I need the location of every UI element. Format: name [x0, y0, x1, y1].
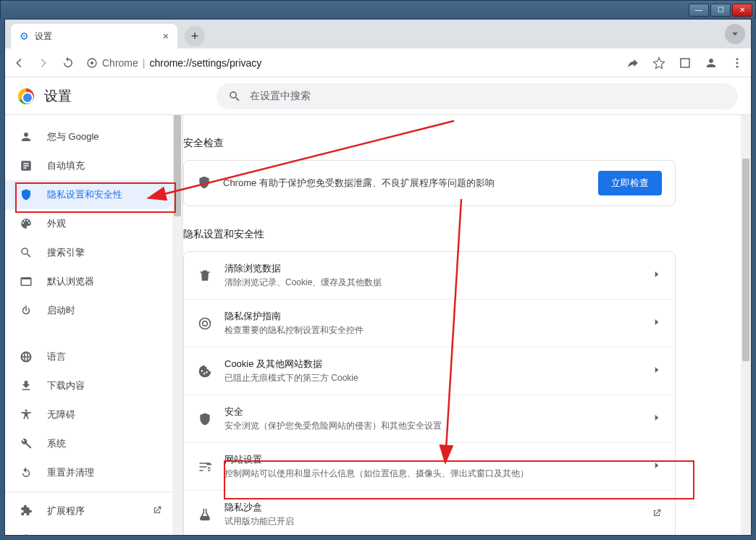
- privacy-row-shield[interactable]: 安全安全浏览（保护您免受危险网站的侵害）和其他安全设置: [184, 395, 675, 442]
- safety-check-row: Chrome 有助于保护您免受数据泄露、不良扩展程序等问题的影响 立即检查: [184, 161, 675, 206]
- sidebar-item-label: 语言: [47, 350, 66, 363]
- gear-icon: ⚙: [20, 30, 29, 42]
- chevron-right-icon: [652, 365, 662, 377]
- external-link-icon: [152, 505, 162, 518]
- page-title: 设置: [44, 87, 72, 106]
- download-icon: [20, 379, 33, 392]
- profile-avatar-chip[interactable]: [725, 24, 745, 44]
- sidebar-item-download[interactable]: 下载内容: [5, 371, 177, 400]
- safety-section-title: 安全检查: [183, 137, 676, 150]
- sidebar-item-power[interactable]: 启动时: [5, 296, 177, 325]
- chrome-icon: [86, 57, 98, 69]
- palette-icon: [20, 217, 33, 230]
- sidebar-item-access[interactable]: 无障碍: [5, 400, 177, 429]
- reset-icon: [20, 466, 33, 479]
- svg-point-5: [91, 62, 93, 64]
- nav-back-button[interactable]: [12, 56, 25, 69]
- search-icon: [20, 246, 33, 259]
- row-subtitle: 已阻止无痕模式下的第三方 Cookie: [224, 372, 640, 384]
- safety-check-text: Chrome 有助于保护您免受数据泄露、不良扩展程序等问题的影响: [223, 177, 495, 190]
- row-title: 隐私保护指南: [224, 310, 640, 323]
- sidebar-item-label: 关于 Chrome: [47, 533, 102, 535]
- tabstrip: ⚙ 设置 × +: [5, 20, 751, 48]
- privacy-row-cookie[interactable]: Cookie 及其他网站数据已阻止无痕模式下的第三方 Cookie: [184, 347, 675, 395]
- sidebar-item-wrench[interactable]: 系统: [5, 429, 177, 458]
- trash-icon: [197, 269, 213, 283]
- sidebar-item-label: 搜索引擎: [47, 246, 85, 259]
- sidebar-item-globe[interactable]: 语言: [5, 342, 177, 371]
- row-subtitle: 安全浏览（保护您免受危险网站的侵害）和其他安全设置: [224, 420, 640, 432]
- sidebar-item-label: 外观: [47, 217, 66, 230]
- row-title: 清除浏览数据: [224, 262, 640, 275]
- sidebar-item-label: 您与 Google: [47, 130, 99, 143]
- sidebar-item-reset[interactable]: 重置并清理: [5, 458, 177, 487]
- shield-icon: [197, 175, 211, 192]
- sidebar-item-ext[interactable]: 扩展程序: [5, 497, 177, 526]
- kebab-menu-icon[interactable]: [731, 56, 744, 69]
- sidebar-item-label: 下载内容: [47, 379, 85, 392]
- privacy-row-flask[interactable]: 隐私沙盒试用版功能已开启: [184, 490, 675, 535]
- shield-icon: [197, 412, 213, 426]
- search-placeholder: 在设置中搜索: [250, 90, 311, 103]
- tab-close-icon[interactable]: ×: [163, 30, 169, 42]
- nav-reload-button[interactable]: [62, 56, 75, 69]
- privacy-section-title: 隐私设置和安全性: [183, 228, 676, 241]
- window-maximize-button[interactable]: ☐: [710, 4, 731, 17]
- chevron-right-icon: [652, 413, 662, 425]
- nav-forward-button[interactable]: [37, 56, 50, 69]
- row-subtitle: 控制网站可以使用和显示什么信息（如位置信息、摄像头、弹出式窗口及其他）: [224, 468, 640, 480]
- profile-icon[interactable]: [705, 56, 718, 69]
- window-close-button[interactable]: ✕: [732, 4, 752, 17]
- target-icon: [197, 316, 213, 331]
- window-minimize-button[interactable]: —: [689, 4, 709, 17]
- row-title: Cookie 及其他网站数据: [224, 358, 640, 371]
- sidebar-item-chrome[interactable]: 关于 Chrome: [5, 526, 177, 535]
- tab-settings[interactable]: ⚙ 设置 ×: [11, 24, 177, 48]
- sidebar-item-search[interactable]: 搜索引擎: [5, 238, 177, 267]
- window-titlebar: — ☐ ✕: [0, 0, 756, 19]
- settings-search-input[interactable]: 在设置中搜索: [217, 83, 738, 109]
- sidebar-item-palette[interactable]: 外观: [5, 209, 177, 238]
- row-subtitle: 试用版功能已开启: [224, 515, 640, 528]
- globe-icon: [20, 350, 33, 363]
- wrench-icon: [20, 437, 33, 450]
- row-title: 安全: [224, 405, 640, 418]
- page-header: 设置 在设置中搜索: [5, 77, 751, 115]
- power-icon: [20, 304, 33, 317]
- chrome-icon: [20, 533, 33, 535]
- bookmark-star-icon[interactable]: [652, 56, 665, 69]
- url-prefix: Chrome: [102, 57, 138, 69]
- safety-check-button[interactable]: 立即检查: [598, 171, 662, 195]
- chevron-right-icon: [652, 317, 662, 329]
- side-panel-icon[interactable]: [679, 56, 692, 69]
- shield-icon: [20, 188, 33, 201]
- content-pane: 安全检查 Chrome 有助于保护您免受数据泄露、不良扩展程序等问题的影响 立即…: [183, 115, 751, 535]
- sidebar-item-person[interactable]: 您与 Google: [5, 122, 177, 151]
- share-icon[interactable]: [626, 56, 639, 69]
- row-title: 网站设置: [224, 453, 640, 466]
- sidebar-item-autofill[interactable]: 自动填充: [5, 151, 177, 180]
- access-icon: [20, 408, 33, 421]
- privacy-row-tune[interactable]: 网站设置控制网站可以使用和显示什么信息（如位置信息、摄像头、弹出式窗口及其他）: [184, 442, 675, 490]
- new-tab-button[interactable]: +: [185, 26, 205, 46]
- sidebar-item-browser[interactable]: 默认浏览器: [5, 267, 177, 296]
- sidebar-item-label: 隐私设置和安全性: [47, 188, 122, 201]
- browser-icon: [20, 275, 33, 288]
- autofill-icon: [20, 159, 33, 172]
- cookie-icon: [197, 364, 213, 379]
- external-link-icon: [652, 508, 662, 520]
- sidebar: 您与 Google自动填充隐私设置和安全性外观搜索引擎默认浏览器启动时 语言下载…: [5, 115, 183, 535]
- address-bar: Chrome | chrome://settings/privacy: [5, 48, 751, 77]
- sidebar-scrollbar[interactable]: [172, 115, 182, 535]
- url-text: chrome://settings/privacy: [149, 57, 261, 69]
- chrome-logo-icon: [18, 88, 34, 104]
- sidebar-item-label: 默认浏览器: [47, 275, 94, 288]
- privacy-row-target[interactable]: 隐私保护指南检查重要的隐私控制设置和安全控件: [184, 299, 675, 347]
- privacy-row-trash[interactable]: 清除浏览数据清除浏览记录、Cookie、缓存及其他数据: [184, 252, 675, 299]
- row-subtitle: 清除浏览记录、Cookie、缓存及其他数据: [224, 277, 640, 289]
- row-subtitle: 检查重要的隐私控制设置和安全控件: [224, 324, 640, 337]
- search-icon: [228, 90, 241, 103]
- sidebar-item-shield[interactable]: 隐私设置和安全性: [5, 180, 177, 209]
- url-box[interactable]: Chrome | chrome://settings/privacy: [86, 57, 615, 69]
- pane-scrollbar[interactable]: [741, 115, 751, 535]
